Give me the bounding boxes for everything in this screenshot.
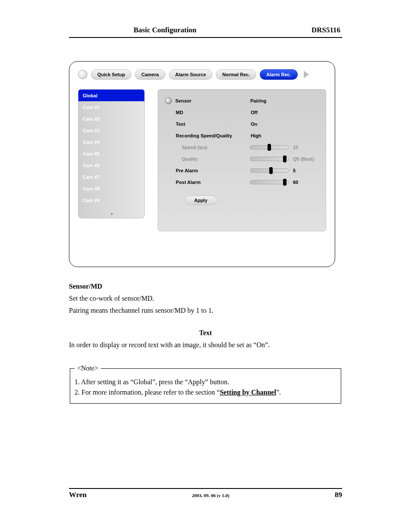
sensor-md-p2: Pairing means thechannel runs sensor/MD … — [69, 307, 342, 314]
settings-pane: Sensor Pairing MD Off Text On Recording … — [158, 89, 326, 231]
footer-version: 2003. 09. 06 (v 1.0) — [192, 493, 229, 498]
speed-value: 15 — [293, 145, 298, 150]
nav-next-icon[interactable] — [304, 71, 309, 78]
sidebar-item-global[interactable]: Global — [78, 90, 144, 101]
sensor-label: Sensor — [175, 98, 249, 103]
recq-label: Recording Speed/Quality — [176, 133, 250, 138]
footer-page-number: 89 — [335, 491, 342, 499]
sensor-md-p1: Set the co-work of sensor/MD. — [69, 295, 342, 302]
tab-alarm-source[interactable]: Alarm Source — [169, 69, 213, 80]
sidebar-item-cam2[interactable]: Cam #2 — [78, 113, 144, 124]
section-text-heading: Text — [69, 329, 342, 337]
config-panel: Quick Setup Camera Alarm Source Normal R… — [69, 61, 335, 267]
md-value[interactable]: Off — [251, 110, 258, 115]
footer-brand: Wren — [69, 491, 87, 499]
section-sensor-md-heading: Sensor/MD — [69, 283, 342, 290]
post-alarm-slider[interactable] — [250, 180, 289, 184]
sensor-value[interactable]: Pairing — [250, 98, 266, 103]
text-p1: In order to display or record text with … — [69, 341, 342, 349]
note-line-2: 2. For more information, please refer to… — [75, 389, 336, 396]
sidebar-item-cam9[interactable]: Cam #9 — [78, 194, 144, 206]
sidebar-item-cam8[interactable]: Cam #8 — [78, 183, 144, 194]
sidebar-item-cam3[interactable]: Cam #3 — [78, 124, 144, 136]
header-right: DRS5116 — [311, 26, 340, 34]
text-label: Text — [176, 121, 250, 127]
sensor-icon — [165, 97, 172, 104]
nav-prev-icon[interactable] — [78, 70, 87, 79]
post-alarm-label: Post Alarm — [176, 180, 250, 185]
tab-camera[interactable]: Camera — [135, 69, 165, 80]
pre-alarm-value: 5 — [293, 168, 296, 173]
speed-label: Speed (ips) — [176, 145, 250, 150]
apply-button[interactable]: Apply — [185, 196, 217, 205]
note-legend: <Note> — [75, 364, 101, 372]
doc-body: Sensor/MD Set the co-work of sensor/MD. … — [69, 283, 342, 404]
tab-quick-setup[interactable]: Quick Setup — [91, 69, 131, 80]
text-value[interactable]: On — [251, 121, 257, 127]
quality-label: Quality — [176, 156, 250, 162]
recq-value[interactable]: High — [251, 133, 261, 138]
pre-alarm-label: Pre Alarm — [176, 168, 250, 173]
sidebar-item-cam4[interactable]: Cam #4 — [78, 136, 144, 148]
sidebar-item-cam7[interactable]: Cam #7 — [78, 171, 144, 183]
setting-by-channel-link[interactable]: Setting by Channel — [220, 389, 276, 396]
sidebar-item-cam5[interactable]: Cam #5 — [78, 148, 144, 159]
sidebar-item-cam1[interactable]: Cam #1 — [78, 101, 144, 113]
speed-slider[interactable] — [250, 145, 289, 149]
quality-slider[interactable] — [250, 157, 289, 161]
tab-alarm-rec[interactable]: Alarm Rec. — [260, 69, 297, 80]
tab-bar: Quick Setup Camera Alarm Source Normal R… — [78, 69, 326, 80]
pre-alarm-slider[interactable] — [250, 168, 289, 173]
quality-value: Q5 (Best) — [293, 156, 314, 162]
note-line-1: 1. After setting it as “Global”, press t… — [75, 378, 336, 386]
header-left: Basic Configuration — [134, 26, 196, 34]
tab-normal-rec[interactable]: Normal Rec. — [216, 69, 256, 80]
md-label: MD — [176, 110, 250, 115]
scroll-down-icon[interactable]: ▾ — [111, 212, 112, 216]
sidebar-item-cam6[interactable]: Cam #6 — [78, 159, 144, 171]
note-box: <Note> 1. After setting it as “Global”, … — [70, 364, 341, 404]
post-alarm-value: 60 — [293, 180, 298, 185]
page-footer: Wren 2003. 09. 06 (v 1.0) 89 — [69, 488, 342, 499]
page-header: Basic Configuration DRS5116 — [69, 26, 342, 38]
camera-list: Global Cam #1 Cam #2 Cam #3 Cam #4 Cam #… — [78, 89, 145, 218]
